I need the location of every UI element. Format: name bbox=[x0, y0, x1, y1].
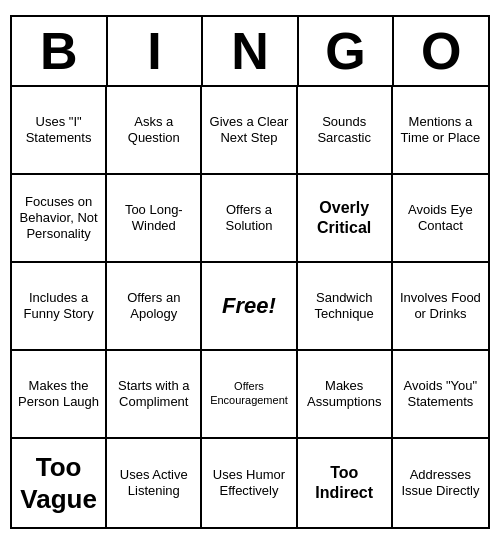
bingo-cell-6: Too Long-Winded bbox=[107, 175, 202, 263]
bingo-cell-14: Involves Food or Drinks bbox=[393, 263, 488, 351]
bingo-cell-16: Starts with a Compliment bbox=[107, 351, 202, 439]
bingo-cell-24: Addresses Issue Directly bbox=[393, 439, 488, 527]
header-letter-B: B bbox=[12, 17, 108, 85]
bingo-cell-8: Overly Critical bbox=[298, 175, 393, 263]
bingo-cell-18: Makes Assumptions bbox=[298, 351, 393, 439]
bingo-cell-4: Mentions a Time or Place bbox=[393, 87, 488, 175]
bingo-cell-3: Sounds Sarcastic bbox=[298, 87, 393, 175]
bingo-cell-12: Free! bbox=[202, 263, 297, 351]
bingo-cell-20: Too Vague bbox=[12, 439, 107, 527]
header-letter-O: O bbox=[394, 17, 488, 85]
bingo-cell-17: Offers Encouragement bbox=[202, 351, 297, 439]
header-letter-I: I bbox=[108, 17, 204, 85]
header-letter-G: G bbox=[299, 17, 395, 85]
bingo-cell-2: Gives a Clear Next Step bbox=[202, 87, 297, 175]
bingo-cell-13: Sandwich Technique bbox=[298, 263, 393, 351]
header-letter-N: N bbox=[203, 17, 299, 85]
bingo-cell-19: Avoids "You" Statements bbox=[393, 351, 488, 439]
bingo-cell-22: Uses Humor Effectively bbox=[202, 439, 297, 527]
bingo-grid: Uses "I" StatementsAsks a QuestionGives … bbox=[12, 87, 488, 527]
bingo-cell-10: Includes a Funny Story bbox=[12, 263, 107, 351]
bingo-cell-7: Offers a Solution bbox=[202, 175, 297, 263]
bingo-cell-21: Uses Active Listening bbox=[107, 439, 202, 527]
bingo-cell-5: Focuses on Behavior, Not Personality bbox=[12, 175, 107, 263]
bingo-cell-0: Uses "I" Statements bbox=[12, 87, 107, 175]
bingo-cell-1: Asks a Question bbox=[107, 87, 202, 175]
bingo-header: BINGO bbox=[12, 17, 488, 87]
bingo-cell-11: Offers an Apology bbox=[107, 263, 202, 351]
bingo-cell-15: Makes the Person Laugh bbox=[12, 351, 107, 439]
bingo-cell-23: Too Indirect bbox=[298, 439, 393, 527]
bingo-card: BINGO Uses "I" StatementsAsks a Question… bbox=[10, 15, 490, 529]
bingo-cell-9: Avoids Eye Contact bbox=[393, 175, 488, 263]
